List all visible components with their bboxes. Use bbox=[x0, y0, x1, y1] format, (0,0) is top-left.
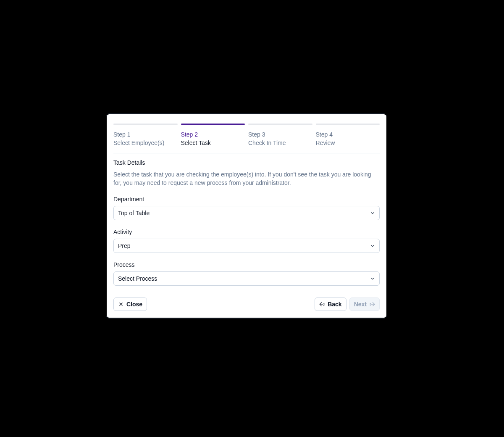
back-button[interactable]: Back bbox=[315, 297, 346, 311]
modal-overlay: Step 1 Select Employee(s) Step 2 Select … bbox=[0, 0, 504, 437]
close-button[interactable]: Close bbox=[113, 297, 147, 311]
wizard-dialog: Step 1 Select Employee(s) Step 2 Select … bbox=[107, 114, 386, 318]
process-field: Process Select Process bbox=[113, 261, 380, 286]
next-button[interactable]: Next bbox=[349, 297, 380, 311]
dialog-footer: Close Back Next bbox=[113, 297, 380, 311]
process-value: Select Process bbox=[118, 275, 157, 282]
department-select[interactable]: Top of Table bbox=[113, 206, 380, 220]
close-button-label: Close bbox=[126, 301, 142, 308]
step-bar bbox=[316, 124, 380, 125]
step-check-in-time[interactable]: Step 3 Check In Time bbox=[248, 124, 312, 147]
process-select[interactable]: Select Process bbox=[113, 271, 380, 286]
stepper: Step 1 Select Employee(s) Step 2 Select … bbox=[113, 124, 380, 153]
step-index: Step 2 bbox=[181, 131, 245, 139]
close-icon bbox=[118, 301, 124, 307]
next-button-label: Next bbox=[354, 301, 367, 308]
step-index: Step 1 bbox=[113, 131, 178, 139]
step-index: Step 3 bbox=[248, 131, 312, 139]
arrow-right-icon bbox=[369, 301, 375, 307]
activity-select[interactable]: Prep bbox=[113, 239, 380, 253]
step-select-task[interactable]: Step 2 Select Task bbox=[181, 124, 245, 147]
activity-label: Activity bbox=[113, 229, 380, 235]
step-label: Select Task bbox=[181, 139, 245, 147]
section-description: Select the task that you are checking th… bbox=[113, 170, 380, 187]
arrow-left-icon bbox=[319, 301, 325, 307]
step-bar bbox=[181, 124, 245, 125]
section-title: Task Details bbox=[113, 159, 380, 166]
activity-field: Activity Prep bbox=[113, 229, 380, 253]
department-label: Department bbox=[113, 196, 380, 203]
step-bar bbox=[248, 124, 312, 125]
process-label: Process bbox=[113, 261, 380, 268]
activity-value: Prep bbox=[118, 242, 131, 249]
step-review[interactable]: Step 4 Review bbox=[316, 124, 380, 147]
step-select-employees[interactable]: Step 1 Select Employee(s) bbox=[113, 124, 178, 147]
step-label: Select Employee(s) bbox=[113, 139, 178, 147]
back-button-label: Back bbox=[328, 301, 341, 308]
chevron-down-icon bbox=[370, 210, 375, 216]
step-index: Step 4 bbox=[316, 131, 380, 139]
step-bar bbox=[113, 124, 178, 125]
department-field: Department Top of Table bbox=[113, 196, 380, 220]
step-label: Check In Time bbox=[248, 139, 312, 147]
department-value: Top of Table bbox=[118, 210, 150, 216]
step-label: Review bbox=[316, 139, 380, 147]
chevron-down-icon bbox=[370, 276, 375, 282]
chevron-down-icon bbox=[370, 243, 375, 249]
